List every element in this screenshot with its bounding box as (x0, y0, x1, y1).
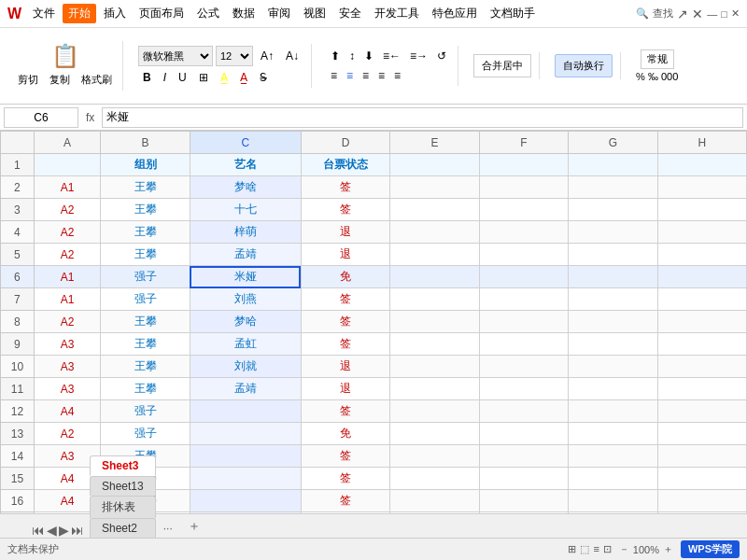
menu-file[interactable]: 文件 (27, 4, 61, 23)
font-name-select[interactable]: 微软雅黑 (138, 46, 213, 66)
cell-d6[interactable]: 免 (301, 266, 389, 288)
cell-d12[interactable]: 签 (301, 400, 389, 423)
cell-g15[interactable] (569, 468, 657, 490)
cell-h1[interactable] (657, 154, 746, 176)
menu-insert[interactable]: 插入 (98, 4, 132, 23)
wrap-button[interactable]: 自动换行 (555, 54, 613, 77)
cell-h11[interactable] (657, 378, 746, 400)
cell-d8[interactable]: 签 (301, 311, 389, 333)
menu-special-app[interactable]: 特色应用 (427, 4, 483, 23)
align-top-button[interactable]: ⬆ (327, 48, 344, 64)
font-size-select[interactable]: 12 (216, 46, 253, 66)
cell-c4[interactable]: 梓萌 (190, 221, 301, 244)
sheet-nav-next[interactable]: ▶ (59, 523, 69, 538)
col-header-b[interactable]: B (101, 132, 190, 154)
cell-g7[interactable] (569, 288, 657, 311)
sheet-nav-first[interactable]: ⏮ (32, 523, 45, 538)
cell-f9[interactable] (479, 333, 568, 356)
cell-c2[interactable]: 梦啥 (190, 176, 301, 199)
cell-f3[interactable] (479, 199, 568, 221)
add-sheet-button[interactable]: ＋ (180, 515, 208, 538)
cell-f10[interactable] (479, 356, 568, 378)
cell-f4[interactable] (479, 221, 568, 244)
cell-d4[interactable]: 退 (301, 221, 389, 244)
menu-dev-tools[interactable]: 开发工具 (369, 4, 425, 23)
sheet-nav-last[interactable]: ⏭ (71, 523, 84, 538)
cell-h14[interactable] (657, 445, 746, 468)
font-size-increase-icon[interactable]: A↑ (256, 48, 278, 64)
cell-c11[interactable]: 孟靖 (190, 378, 301, 400)
zoom-out-button[interactable]: － (619, 542, 629, 556)
cell-g4[interactable] (569, 221, 657, 244)
cell-h17[interactable] (657, 512, 746, 514)
cell-g12[interactable] (569, 400, 657, 423)
cell-e8[interactable] (390, 311, 479, 333)
cell-a2[interactable]: A1 (34, 176, 101, 199)
cell-c8[interactable]: 梦哈 (190, 311, 301, 333)
cell-g3[interactable] (569, 199, 657, 221)
bold-button[interactable]: B (138, 69, 156, 86)
fill-color-button[interactable]: A̲ (216, 69, 233, 86)
cell-f13[interactable] (479, 423, 568, 445)
cell-a10[interactable]: A3 (34, 356, 101, 378)
cell-f15[interactable] (479, 468, 568, 490)
percent-button[interactable]: % ‰ 000 (636, 71, 678, 82)
align-middle-button[interactable]: ↕ (345, 48, 359, 64)
cell-g14[interactable] (569, 445, 657, 468)
cell-d13[interactable]: 免 (301, 423, 389, 445)
cell-f1[interactable] (479, 154, 568, 176)
minimize-icon[interactable]: — (707, 8, 717, 20)
indent-increase-button[interactable]: ≡→ (406, 48, 431, 64)
cell-c3[interactable]: 十七 (190, 199, 301, 221)
menu-start[interactable]: 开始 (63, 4, 96, 23)
cell-a8[interactable]: A2 (34, 311, 101, 333)
cell-f12[interactable] (479, 400, 568, 423)
cell-d7[interactable]: 签 (301, 288, 389, 311)
cell-c9[interactable]: 孟虹 (190, 333, 301, 356)
cell-d10[interactable]: 退 (301, 356, 389, 378)
cell-c13[interactable] (190, 423, 301, 445)
cell-c12[interactable] (190, 400, 301, 423)
cell-e3[interactable] (390, 199, 479, 221)
cell-d16[interactable]: 签 (301, 490, 389, 512)
cell-g8[interactable] (569, 311, 657, 333)
cell-e6[interactable] (390, 266, 479, 288)
cell-a4[interactable]: A2 (34, 221, 101, 244)
cell-e15[interactable] (390, 468, 479, 490)
cell-g17[interactable] (569, 512, 657, 514)
cell-f5[interactable] (479, 244, 568, 266)
cell-c10[interactable]: 刘就 (190, 356, 301, 378)
split-view-icon[interactable]: ⊡ (603, 543, 612, 555)
cell-f7[interactable] (479, 288, 568, 311)
cell-d15[interactable]: 签 (301, 468, 389, 490)
sheet-nav-prev[interactable]: ◀ (47, 523, 57, 538)
cell-b11[interactable]: 王攀 (101, 378, 190, 400)
cell-g13[interactable] (569, 423, 657, 445)
menu-security[interactable]: 安全 (333, 4, 367, 23)
menu-review[interactable]: 审阅 (262, 4, 296, 23)
sheet-tab-排休表[interactable]: 排休表 (90, 496, 156, 518)
col-header-a[interactable]: A (34, 132, 101, 154)
sheet-more-button[interactable]: ··· (158, 519, 178, 538)
cell-h12[interactable] (657, 400, 746, 423)
cell-b1[interactable]: 组别 (101, 154, 190, 176)
cell-e9[interactable] (390, 333, 479, 356)
cell-h13[interactable] (657, 423, 746, 445)
page-view-icon[interactable]: ⬚ (580, 543, 589, 555)
cell-e13[interactable] (390, 423, 479, 445)
cell-e2[interactable] (390, 176, 479, 199)
font-size-decrease-icon[interactable]: A↓ (281, 48, 303, 64)
text-direction-button[interactable]: ↺ (433, 48, 450, 64)
cell-b4[interactable]: 王攀 (101, 221, 190, 244)
cell-f6[interactable] (479, 266, 568, 288)
cell-b13[interactable]: 强子 (101, 423, 190, 445)
cell-g1[interactable] (569, 154, 657, 176)
cell-g10[interactable] (569, 356, 657, 378)
col-header-c[interactable]: C (190, 132, 301, 154)
cell-a11[interactable]: A3 (34, 378, 101, 400)
cell-e16[interactable] (390, 490, 479, 512)
sheet-tab-Sheet13[interactable]: Sheet13 (90, 476, 156, 496)
maximize-icon[interactable]: □ (721, 8, 727, 20)
cell-h2[interactable] (657, 176, 746, 199)
cell-h7[interactable] (657, 288, 746, 311)
